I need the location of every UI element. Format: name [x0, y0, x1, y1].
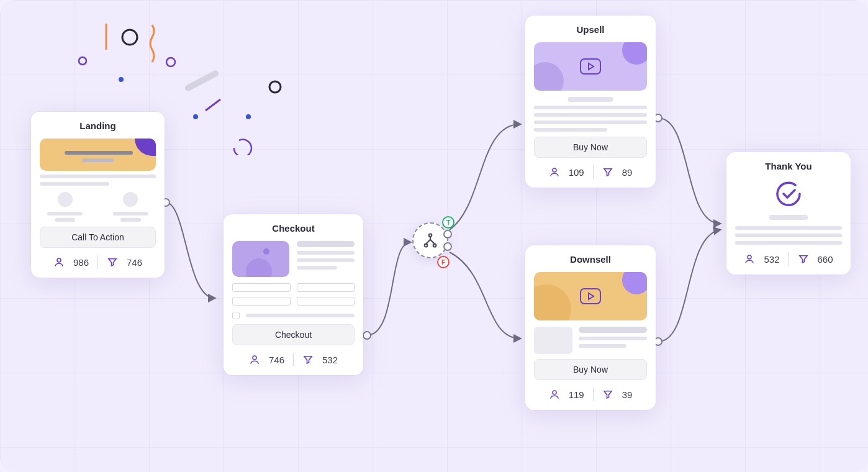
svg-point-11 [119, 77, 124, 82]
hero-graphic [232, 241, 289, 277]
svg-point-18 [269, 81, 281, 93]
svg-rect-7 [581, 289, 600, 304]
cta-button[interactable]: Checkout [232, 324, 355, 345]
filter-icon [602, 166, 613, 178]
svg-rect-15 [184, 70, 220, 93]
node-stats: 746 532 [232, 353, 355, 366]
filtered-count: 746 [127, 257, 142, 268]
filtered-count: 532 [322, 355, 338, 365]
node-stats: 119 39 [534, 388, 647, 401]
node-checkout[interactable]: Checkout Checkout [224, 214, 363, 375]
port[interactable] [363, 331, 371, 340]
play-icon [580, 288, 601, 304]
svg-point-10 [79, 57, 86, 65]
filtered-count: 89 [622, 167, 633, 178]
split-icon [422, 232, 439, 249]
node-title: Checkout [232, 223, 355, 234]
svg-point-13 [122, 30, 137, 45]
filter-icon [602, 389, 613, 400]
filtered-count: 660 [818, 254, 833, 265]
filtered-count: 39 [622, 389, 633, 400]
svg-point-6 [553, 168, 556, 172]
svg-point-9 [748, 255, 751, 259]
visitors-icon [249, 354, 260, 365]
filter-icon [798, 253, 809, 265]
port[interactable] [443, 242, 452, 251]
cta-button[interactable]: Call To Action [40, 227, 156, 248]
visitors-icon [53, 256, 65, 268]
svg-point-16 [193, 114, 198, 119]
node-stats: 986 746 [40, 255, 156, 269]
node-thankyou[interactable]: Thank You 532 660 [726, 152, 851, 275]
node-downsell[interactable]: Downsell Buy Now 119 39 [525, 245, 656, 410]
node-title: Thank You [735, 161, 842, 171]
filter-icon [302, 354, 314, 365]
hero-graphic [534, 272, 647, 320]
cta-button[interactable]: Buy Now [534, 359, 647, 380]
svg-point-3 [425, 244, 428, 247]
node-title: Upsell [534, 24, 647, 35]
visitors-icon [549, 389, 560, 400]
decision-false-badge: F [437, 256, 450, 268]
funnel-canvas[interactable]: Landing Call To Action 986 [0, 0, 868, 472]
decision-true-badge: T [442, 216, 454, 229]
node-stats: 532 660 [735, 252, 842, 266]
visitors-count: 532 [764, 254, 779, 265]
visitors-icon [744, 253, 755, 265]
visitors-count: 746 [269, 355, 284, 365]
svg-point-8 [553, 391, 556, 394]
play-icon [580, 58, 601, 75]
svg-point-0 [57, 258, 61, 262]
svg-point-1 [253, 356, 256, 360]
node-upsell[interactable]: Upsell Buy Now 109 89 [525, 16, 656, 188]
visitors-count: 119 [569, 389, 584, 400]
visitors-icon [549, 166, 560, 178]
svg-point-17 [246, 114, 251, 119]
svg-point-4 [433, 244, 436, 247]
node-title: Downsell [534, 254, 647, 265]
filter-icon [107, 256, 118, 268]
svg-rect-5 [581, 59, 600, 74]
svg-point-14 [166, 58, 175, 66]
hero-graphic [534, 42, 647, 91]
confetti-decoration [71, 12, 283, 155]
node-stats: 109 89 [534, 165, 647, 179]
decision-node[interactable]: T F [412, 222, 448, 258]
cta-button[interactable]: Buy Now [534, 137, 647, 158]
visitors-count: 109 [569, 167, 584, 178]
visitors-count: 986 [73, 257, 89, 268]
svg-point-2 [429, 234, 432, 237]
port[interactable] [443, 230, 452, 238]
success-check-icon [774, 179, 803, 209]
